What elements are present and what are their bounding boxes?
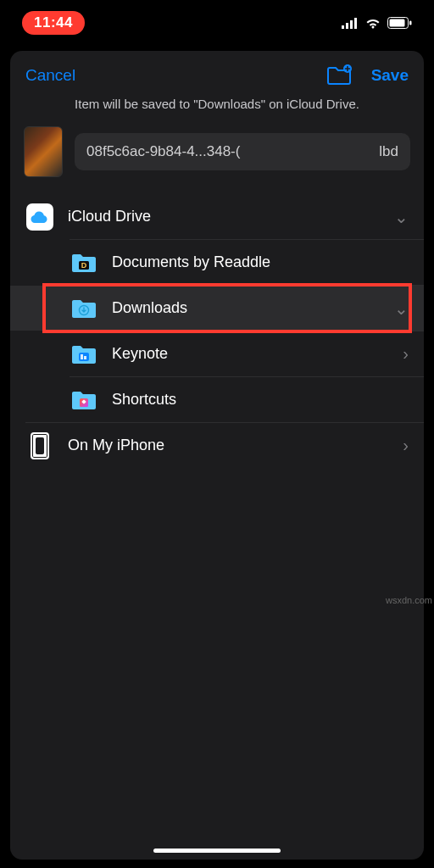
- folder-keynote[interactable]: Keynote ›: [10, 331, 424, 376]
- svg-text:D: D: [81, 261, 87, 270]
- folder-label: Downloads: [112, 299, 390, 317]
- svg-rect-3: [354, 18, 357, 29]
- chevron-down-icon: ⌄: [390, 207, 409, 227]
- chevron-right-icon: ›: [390, 344, 409, 364]
- iphone-icon: [31, 432, 49, 459]
- status-icons: [342, 17, 412, 29]
- location-label: iCloud Drive: [68, 208, 390, 225]
- location-label: On My iPhone: [68, 437, 390, 454]
- folder-label: Documents by Readdle: [112, 253, 409, 271]
- svg-rect-6: [409, 21, 412, 25]
- filename-tail: lbd: [379, 143, 398, 160]
- save-location-subtitle: Item will be saved to "Downloads" on iCl…: [10, 95, 424, 123]
- new-folder-icon[interactable]: [326, 64, 353, 86]
- battery-icon: [387, 17, 412, 29]
- svg-rect-5: [390, 19, 405, 27]
- folder-shortcuts[interactable]: Shortcuts: [10, 377, 424, 422]
- folder-icon: [70, 298, 97, 320]
- device-screen: 11:44 Cancel Save Item will be saved t: [0, 0, 434, 868]
- file-thumbnail: [24, 126, 63, 177]
- file-to-save-row: 08f5c6ac-9b84-4...348-( lbd: [10, 123, 424, 187]
- svg-rect-2: [350, 20, 353, 29]
- filename-redaction: [256, 133, 328, 170]
- location-on-my-iphone[interactable]: On My iPhone ›: [10, 423, 424, 468]
- locations-list: iCloud Drive ⌄ D Documents by Readdle Do…: [10, 187, 424, 468]
- folder-label: Keynote: [112, 345, 390, 363]
- cancel-button[interactable]: Cancel: [25, 66, 75, 85]
- folder-downloads[interactable]: Downloads ⌄: [10, 286, 424, 331]
- nav-bar: Cancel Save: [10, 51, 424, 95]
- folder-icon: [70, 343, 97, 365]
- folder-icon: [70, 389, 97, 411]
- chevron-down-icon: ⌄: [390, 298, 409, 319]
- filename-text: 08f5c6ac-9b84-4...348-(: [86, 143, 240, 160]
- location-icloud-drive[interactable]: iCloud Drive ⌄: [10, 194, 424, 239]
- home-indicator[interactable]: [153, 849, 281, 853]
- icloud-drive-icon: [26, 203, 53, 231]
- save-button[interactable]: Save: [371, 66, 409, 85]
- watermark: wsxdn.com: [386, 595, 432, 605]
- svg-rect-13: [84, 356, 86, 359]
- svg-rect-0: [342, 25, 344, 29]
- folder-icon: D: [70, 252, 97, 274]
- svg-rect-12: [81, 354, 83, 359]
- wifi-icon: [364, 17, 381, 29]
- status-time-recording[interactable]: 11:44: [22, 11, 85, 35]
- folder-documents-by-readdle[interactable]: D Documents by Readdle: [10, 240, 424, 285]
- save-sheet: Cancel Save Item will be saved to "Downl…: [10, 51, 424, 860]
- cellular-signal-icon: [342, 18, 359, 29]
- folder-label: Shortcuts: [112, 391, 409, 409]
- svg-rect-1: [346, 23, 348, 29]
- filename-field[interactable]: 08f5c6ac-9b84-4...348-( lbd: [75, 133, 410, 170]
- status-bar: 11:44: [0, 0, 434, 42]
- chevron-right-icon: ›: [390, 436, 409, 455]
